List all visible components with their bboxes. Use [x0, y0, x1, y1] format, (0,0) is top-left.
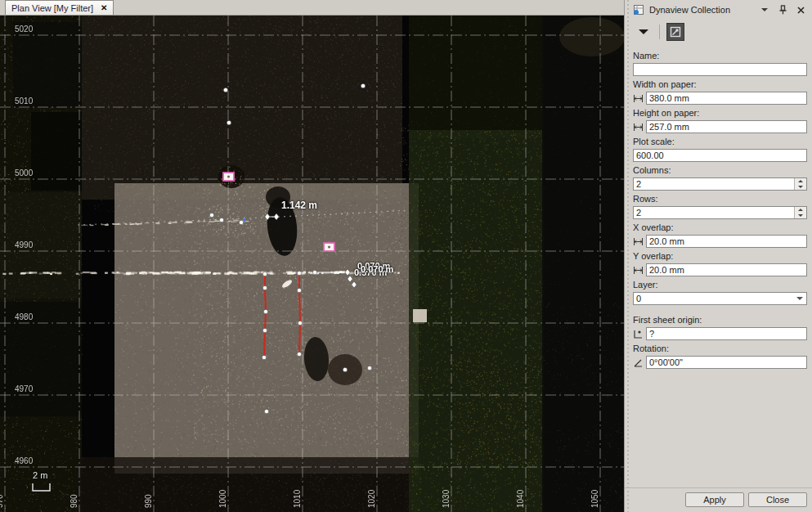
application-window: Plan View [My Filter] ✕ 5020501050004990… [0, 0, 812, 512]
scale-bar-bracket [33, 483, 50, 491]
panel-grip-handle[interactable] [626, 0, 630, 512]
rows-spin-down-button[interactable] [795, 213, 806, 218]
apply-button[interactable]: Apply [685, 492, 744, 507]
dynaview-sheet-icon [670, 26, 681, 38]
toolbar-separator [659, 25, 660, 39]
survey-point-dot [312, 270, 316, 274]
close-icon [797, 7, 805, 14]
rotation-field[interactable] [646, 356, 807, 369]
axis-label-x: 990 [144, 494, 153, 508]
x-overlap-label: X overlap: [633, 222, 807, 232]
dynaview-form: Name: Width on paper: Height on paper: P… [625, 44, 812, 369]
x-overlap-field[interactable] [646, 235, 807, 248]
axis-label-x: 1000 [218, 489, 227, 508]
dropdown-arrow-icon [639, 29, 648, 34]
annotation-overlay: 5020501050004990498049704960970980990100… [0, 16, 624, 512]
layer-select[interactable] [633, 292, 807, 305]
rotation-label: Rotation: [633, 344, 807, 353]
rows-label: Rows: [633, 194, 807, 204]
pin-icon [778, 5, 787, 15]
panel-menu-button[interactable] [758, 3, 771, 16]
close-button[interactable]: Close [748, 492, 807, 507]
rows-spinner [794, 207, 806, 218]
survey-point-dot [209, 213, 213, 217]
horizontal-measure-icon [633, 236, 644, 247]
bright-streak [281, 279, 294, 290]
survey-point-dot [297, 271, 301, 275]
horizontal-measure-icon [633, 122, 644, 132]
chevron-down-icon [761, 8, 768, 11]
axis-label-x: 970 [0, 494, 4, 508]
axis-label-x: 1020 [367, 489, 376, 508]
height-on-paper-field[interactable] [646, 120, 807, 133]
dynaview-collection-panel: Dynaview Collection [624, 0, 812, 512]
measurement-diamond-marker [274, 213, 279, 220]
y-overlap-field[interactable] [646, 263, 807, 276]
horizontal-measure-icon [633, 265, 644, 276]
dropdown-arrow-button[interactable] [635, 24, 653, 40]
spin-up-icon [798, 209, 803, 211]
tab-plan-view-label: Plan View [My Filter] [11, 3, 93, 13]
survey-point-dot [262, 272, 267, 276]
layer-label: Layer: [633, 280, 807, 290]
axis-label-x: 1030 [442, 489, 451, 508]
spin-down-icon [798, 214, 803, 217]
plot-scale-field[interactable] [633, 149, 807, 162]
survey-point-dot [223, 88, 227, 92]
layer-select-value[interactable] [633, 292, 807, 305]
panel-close-button[interactable] [794, 3, 807, 16]
axis-label-x: 1010 [293, 489, 302, 508]
axis-label-x: 1050 [590, 489, 599, 508]
axis-label-y: 4990 [15, 240, 34, 249]
panel-title: Dynaview Collection [649, 5, 753, 15]
spin-down-icon [798, 186, 803, 188]
view-tab-bar: Plan View [My Filter] ✕ [0, 0, 624, 16]
survey-point-dot [227, 120, 231, 124]
survey-point-dot [343, 367, 347, 371]
y-overlap-label: Y overlap: [633, 251, 807, 261]
rows-field[interactable] [633, 206, 807, 219]
panel-footer: Apply Close [625, 487, 812, 512]
blue-point-dot [243, 218, 246, 222]
rows-spin-up-button[interactable] [795, 207, 806, 213]
first-sheet-origin-field[interactable] [646, 327, 807, 340]
survey-point-dot [263, 309, 267, 313]
panel-title-bar: Dynaview Collection [625, 0, 812, 20]
plot-scale-label: Plot scale: [633, 137, 807, 146]
horizontal-measure-icon [633, 93, 644, 104]
survey-point-dot [367, 366, 371, 370]
combo-chevron-down-icon [796, 297, 803, 300]
measurement-diamond-marker [265, 213, 270, 220]
tab-plan-view[interactable]: Plan View [My Filter] ✕ [5, 0, 114, 15]
point-cloud-viewport[interactable]: 5020501050004990498049704960970980990100… [0, 16, 624, 512]
columns-field[interactable] [633, 177, 807, 191]
survey-point-dot [262, 285, 267, 290]
axis-label-y: 5000 [15, 168, 34, 177]
axis-label-y: 5020 [15, 25, 34, 34]
panel-toolbar [625, 20, 812, 44]
axis-label-y: 4980 [15, 312, 34, 321]
columns-spin-up-button[interactable] [795, 178, 806, 184]
spin-up-icon [798, 180, 803, 182]
survey-point-dot [239, 220, 243, 224]
name-label: Name: [633, 51, 807, 61]
columns-spin-down-button[interactable] [795, 184, 806, 190]
first-sheet-origin-label: First sheet origin: [633, 315, 807, 325]
survey-point-dot [219, 218, 223, 222]
width-on-paper-field[interactable] [646, 92, 807, 105]
tab-close-icon[interactable]: ✕ [101, 4, 107, 12]
axis-label-x: 980 [70, 494, 79, 508]
columns-spinner [794, 178, 806, 190]
measurement-diamond-marker [348, 276, 352, 282]
measurement-polyline[interactable] [299, 273, 300, 354]
dynaview-tool-button[interactable] [666, 23, 684, 41]
survey-point-dot [262, 328, 267, 332]
survey-point-dot [297, 288, 301, 292]
panel-pin-button[interactable] [776, 3, 789, 16]
width-on-paper-label: Width on paper: [633, 79, 807, 89]
name-field[interactable] [633, 63, 807, 76]
scan-station-dot [227, 176, 230, 178]
axis-label-y: 5010 [15, 97, 34, 106]
survey-point-dot [298, 321, 302, 325]
pick-point-icon [633, 329, 644, 339]
